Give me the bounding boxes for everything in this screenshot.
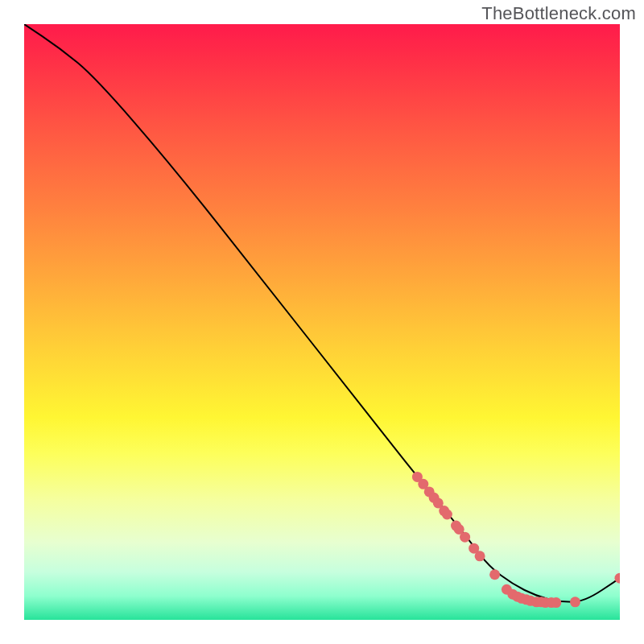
plot-svg: [24, 24, 620, 620]
data-marker: [570, 597, 580, 607]
data-marker: [460, 532, 470, 543]
curve-line: [24, 24, 620, 602]
marker-group: [412, 472, 620, 608]
data-marker: [442, 510, 452, 520]
data-marker: [489, 569, 500, 580]
data-marker: [475, 551, 485, 561]
plot-area: [24, 24, 620, 620]
data-marker: [551, 597, 561, 608]
watermark-label: TheBottleneck.com: [481, 3, 636, 24]
chart-container: TheBottleneck.com: [0, 0, 644, 644]
